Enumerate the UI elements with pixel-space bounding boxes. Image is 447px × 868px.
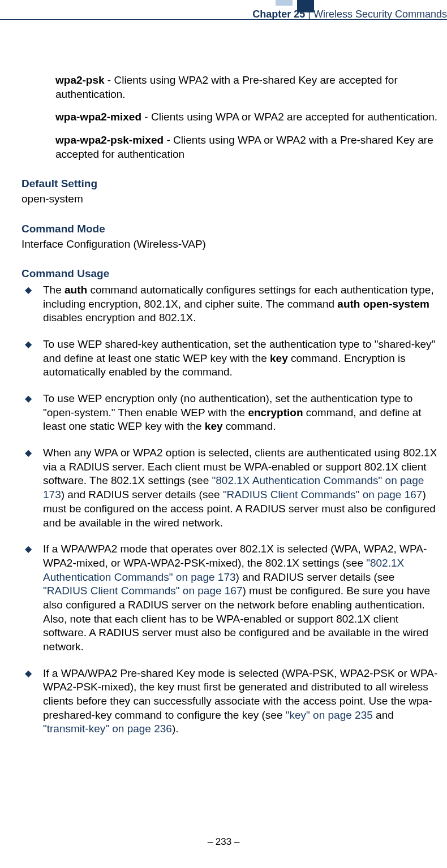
definition-term: wpa-wpa2-mixed: [55, 111, 141, 123]
body-text: ) and RADIUS server details (see: [236, 571, 395, 583]
body-text: and: [373, 709, 394, 721]
bold-text: encryption: [248, 407, 303, 418]
list-item: ◆If a WPA/WPA2 mode that operates over 8…: [22, 542, 441, 654]
body-text: command.: [223, 420, 276, 432]
list-item: ◆To use WEP shared-key authentication, s…: [22, 338, 441, 379]
cross-reference-link[interactable]: "key" on page 235: [286, 709, 373, 721]
bold-text: key: [270, 352, 288, 364]
page-number: – 233 –: [208, 836, 240, 847]
bullet-icon: ◆: [25, 284, 32, 296]
page-content: wpa2-psk - Clients using WPA2 with a Pre…: [22, 74, 441, 749]
list-item: ◆The auth command automatically configur…: [22, 283, 441, 325]
bold-text: auth open-system: [337, 298, 429, 310]
bold-text: auth: [65, 284, 87, 296]
bullet-icon: ◆: [25, 668, 32, 680]
header-tab-light: [276, 0, 293, 6]
default-setting-heading: Default Setting: [22, 177, 441, 191]
definition-item: wpa-wpa2-psk-mixed - Clients using WPA o…: [55, 133, 441, 161]
definition-term: wpa2-psk: [55, 74, 105, 86]
cross-reference-link[interactable]: "RADIUS Client Commands" on page 167: [43, 585, 243, 597]
cross-reference-link[interactable]: "RADIUS Client Commands" on page 167: [223, 489, 423, 500]
list-item: ◆If a WPA/WPA2 Pre-shared Key mode is se…: [22, 667, 441, 736]
chapter-separator: |: [305, 8, 313, 20]
cross-reference-link[interactable]: "transmit-key" on page 236: [43, 723, 172, 735]
bullet-icon: ◆: [25, 447, 32, 459]
page-header: Chapter 25 | Wireless Security Commands: [0, 0, 447, 20]
command-usage-list: ◆The auth command automatically configur…: [22, 283, 441, 736]
bullet-icon: ◆: [25, 339, 32, 351]
definition-desc: - Clients using WPA or WPA2 are accepted…: [141, 111, 437, 123]
bullet-icon: ◆: [25, 393, 32, 405]
bullet-icon: ◆: [25, 543, 32, 555]
definition-item: wpa2-psk - Clients using WPA2 with a Pre…: [55, 74, 441, 101]
command-mode-heading: Command Mode: [22, 222, 441, 236]
bold-text: key: [205, 420, 223, 432]
definitions-list: wpa2-psk - Clients using WPA2 with a Pre…: [22, 74, 441, 161]
body-text: The: [43, 284, 65, 296]
command-mode-value: Interface Configuration (Wireless-VAP): [22, 237, 441, 252]
chapter-label: Chapter 25: [252, 8, 305, 20]
definition-term: wpa-wpa2-psk-mixed: [55, 134, 164, 146]
list-item: ◆When any WPA or WPA2 option is selected…: [22, 446, 441, 530]
definition-desc: - Clients using WPA2 with a Pre-shared K…: [55, 74, 398, 100]
command-usage-heading: Command Usage: [22, 267, 441, 281]
body-text: disables encryption and 802.1X.: [43, 312, 196, 323]
header-rule: [0, 19, 447, 20]
body-text: ) and RADIUS server details (see: [61, 489, 223, 500]
default-setting-value: open-system: [22, 192, 441, 206]
definition-item: wpa-wpa2-mixed - Clients using WPA or WP…: [55, 110, 441, 124]
body-text: ).: [172, 723, 179, 735]
list-item: ◆To use WEP encryption only (no authenti…: [22, 392, 441, 434]
page-footer: – 233 –: [0, 836, 447, 848]
chapter-title: Wireless Security Commands: [313, 8, 447, 20]
